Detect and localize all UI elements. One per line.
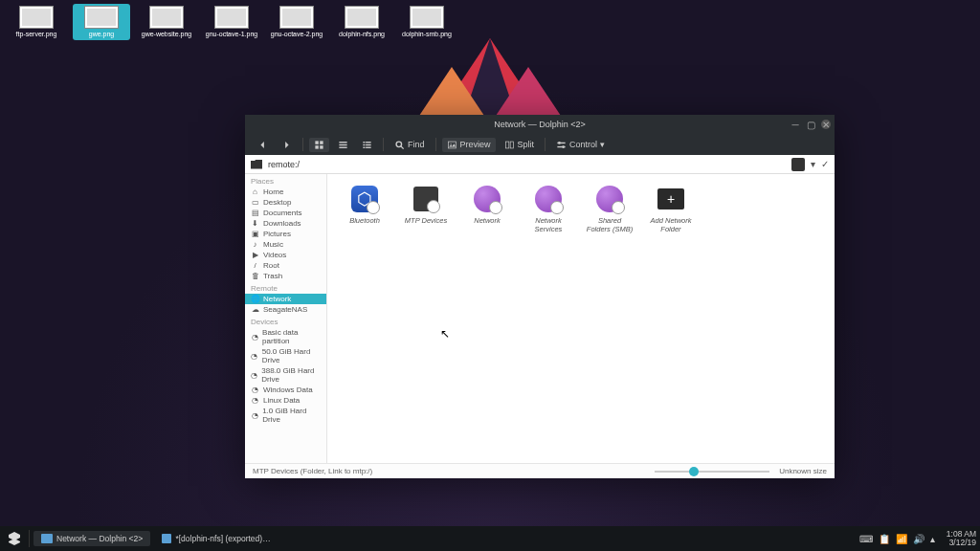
sidebar-device-item[interactable]: ◔Basic data partition [245,327,326,346]
svg-rect-15 [363,146,365,147]
sidebar-place-item[interactable]: /Root [245,260,326,271]
forward-button[interactable] [277,138,297,152]
globe-icon [474,186,501,212]
svg-rect-21 [510,142,513,148]
desktop-icon[interactable]: dolphin-smb.png [398,4,456,40]
tray-clipboard-icon[interactable]: 📋 [879,534,890,544]
network-item-label: Bluetooth [349,217,380,226]
back-button[interactable] [253,138,273,152]
find-button[interactable]: Find [390,138,430,152]
sidebar-remote-item[interactable]: ☁SeagateNAS [245,304,326,315]
desktop-icon-label: gwe-website.png [142,31,192,38]
network-item-label: MTP Devices [405,217,447,226]
sidebar-item-icon: ◔ [251,352,258,361]
content-area[interactable]: ⬡BluetoothMTP DevicesNetworkNetwork Serv… [327,174,835,463]
desktop-icon[interactable]: gnu-octave-2.png [268,4,325,40]
split-button[interactable]: Split [500,138,540,152]
tray-volume-icon[interactable]: 🔊 [913,534,924,544]
control-button[interactable]: Control ▾ [551,138,610,152]
sidebar-place-item[interactable]: ⌂Home [245,187,326,197]
sidebar-place-item[interactable]: ▤Documents [245,208,326,218]
address-dropdown[interactable]: ▾ [811,159,815,169]
svg-point-25 [562,145,565,148]
desktop-icon[interactable]: gnu-octave-1.png [203,4,260,40]
sidebar-item-icon: ▶ [251,251,259,259]
sidebar-item-icon: 🌐 [251,295,259,303]
sidebar-device-item[interactable]: ◔Linux Data [245,395,326,406]
tray-chevron-icon[interactable]: ▴ [930,534,935,544]
sidebar-item-label: Network [263,295,291,303]
sidebar-place-item[interactable]: 🗑Trash [245,271,326,281]
taskbar-task[interactable]: Network — Dolphin <2> [33,531,150,546]
task-label: *[dolphin-nfs] (exported)-1.0 (... [175,534,271,543]
globe-icon [596,186,623,212]
places-header: Places [245,174,326,187]
devices-header: Devices [245,315,326,327]
sidebar-item-icon: ◔ [251,386,259,394]
add-folder-icon: + [657,188,684,209]
file-thumbnail-icon [214,6,249,29]
svg-rect-14 [366,143,371,144]
tray-keyboard-icon[interactable]: ⌨ [859,534,873,544]
network-item-label: Network [474,217,501,226]
sidebar-device-item[interactable]: ◔388.0 GiB Hard Drive [245,365,326,385]
sidebar-device-item[interactable]: ◔1.0 GiB Hard Drive [245,406,326,425]
close-button[interactable]: ✕ [821,120,831,129]
address-input[interactable] [268,160,786,169]
taskbar-task[interactable]: *[dolphin-nfs] (exported)-1.0 (... [154,531,278,546]
svg-rect-20 [505,142,508,148]
sidebar-place-item[interactable]: ♪Music [245,239,326,250]
maximize-button[interactable]: ▢ [806,120,815,129]
size-text: Unknown size [779,467,827,475]
app-launcher[interactable] [4,528,25,549]
sidebar-place-item[interactable]: ▭Desktop [245,197,326,208]
sidebar-place-item[interactable]: ⬇Downloads [245,218,326,229]
svg-rect-8 [339,142,346,143]
taskbar: Network — Dolphin <2>*[dolphin-nfs] (exp… [0,526,980,551]
file-thumbnail-icon [279,6,314,29]
sidebar-item-label: Home [263,187,283,196]
svg-rect-6 [315,145,318,148]
clear-address-button[interactable] [791,158,805,171]
window-titlebar[interactable]: Network — Dolphin <2> ─ ▢ ✕ [245,115,835,134]
svg-rect-10 [339,146,346,147]
svg-rect-16 [366,146,371,147]
sidebar-item-label: 388.0 GiB Hard Drive [261,366,321,384]
sidebar-item-icon: 🗑 [251,272,259,280]
network-item[interactable]: Network Services [524,184,572,233]
sidebar-item-icon: ⌂ [251,187,259,196]
desktop-icon[interactable]: gwe-website.png [138,4,195,40]
task-icon [162,534,171,543]
dolphin-window: Network — Dolphin <2> ─ ▢ ✕ Find Preview… [245,115,835,478]
desktop-icon[interactable]: dolphin-nfs.png [333,4,390,40]
address-go-button[interactable]: ✓ [821,159,829,169]
network-item[interactable]: MTP Devices [402,184,450,233]
network-item[interactable]: ⬡Bluetooth [341,184,389,233]
svg-rect-13 [363,143,365,144]
tray-network-icon[interactable]: 📶 [896,534,907,544]
sidebar-place-item[interactable]: ▣Pictures [245,229,326,239]
sidebar: Places ⌂Home▭Desktop▤Documents⬇Downloads… [245,174,327,463]
network-item[interactable]: Shared Folders (SMB) [586,184,634,233]
preview-button[interactable]: Preview [442,138,496,152]
desktop-icon[interactable]: ftp-server.png [8,4,65,40]
sidebar-item-icon: ▤ [251,209,259,217]
sidebar-device-item[interactable]: ◔Windows Data [245,385,326,395]
svg-rect-11 [363,142,365,143]
minimize-button[interactable]: ─ [791,120,800,129]
status-text: MTP Devices (Folder, Link to mtp:/) [253,467,655,475]
sidebar-remote-item[interactable]: 🌐Network [245,294,326,304]
view-icons-button[interactable] [309,138,329,152]
sidebar-item-icon: ⬇ [251,219,259,228]
sidebar-place-item[interactable]: ▶Videos [245,250,326,260]
clock[interactable]: 1:08 AM 3/12/19 [947,530,976,548]
svg-rect-9 [339,143,346,144]
desktop-icon[interactable]: gwe.png [73,4,130,40]
view-details-button[interactable] [357,138,377,152]
zoom-slider[interactable] [655,471,769,473]
sidebar-device-item[interactable]: ◔50.0 GiB Hard Drive [245,346,326,365]
network-item[interactable]: Network [463,184,511,233]
system-tray: ⌨ 📋 📶 🔊 ▴ 1:08 AM 3/12/19 [859,530,976,548]
network-item[interactable]: +Add Network Folder [647,184,695,233]
view-compact-button[interactable] [333,138,353,152]
